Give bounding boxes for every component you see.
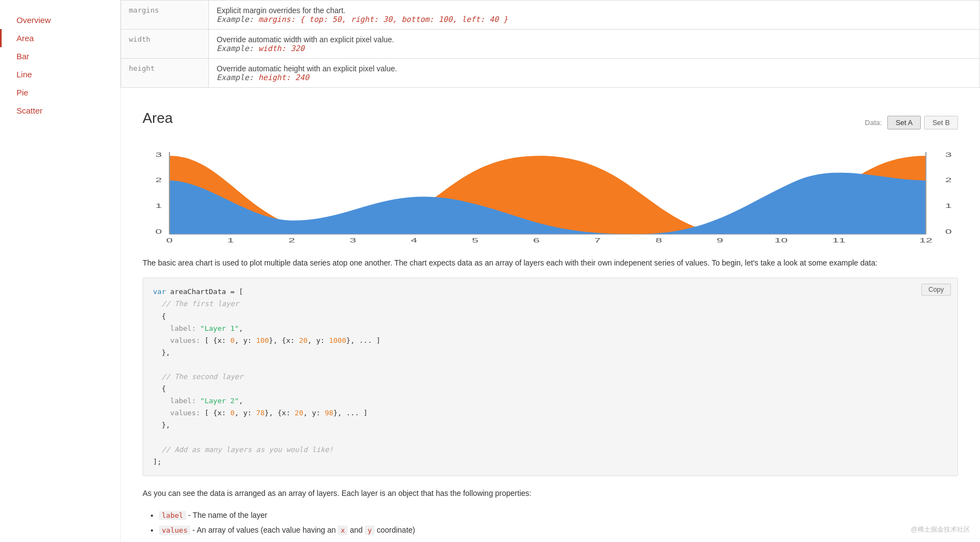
table-row: height Override automatic height with an… — [121, 59, 980, 88]
chart-svg: 3 2 1 0 3 2 1 0 — [143, 149, 958, 248]
data-label: Data: — [865, 118, 882, 127]
svg-text:5: 5 — [472, 237, 479, 244]
sidebar-item-pie[interactable]: Pie — [0, 83, 120, 101]
code-block: Copy var areaChartData = [ // The first … — [143, 278, 958, 476]
code-line: // Add as many layers as you would like! — [153, 444, 948, 456]
sidebar-item-scatter[interactable]: Scatter — [0, 101, 120, 120]
after-code-description: As you can see the data is arranged as a… — [143, 487, 958, 499]
svg-text:11: 11 — [832, 237, 846, 244]
code-content: var areaChartData = [ // The first layer… — [153, 286, 948, 467]
code-line: values: [ {x: 0, y: 78}, {x: 20, y: 98},… — [153, 407, 948, 419]
main-content: margins Explicit margin overrides for th… — [121, 0, 980, 542]
code-line: label: "Layer 1", — [153, 323, 948, 335]
code-line: }, — [153, 347, 948, 359]
svg-text:1: 1 — [227, 237, 234, 244]
code-line: values: [ {x: 0, y: 100}, {x: 20, y: 100… — [153, 335, 948, 347]
code-line: label: "Layer 2", — [153, 395, 948, 407]
svg-text:6: 6 — [533, 237, 540, 244]
set-b-button[interactable]: Set B — [924, 116, 958, 129]
code-line: // The second layer — [153, 371, 948, 383]
svg-text:1: 1 — [945, 202, 952, 209]
svg-text:2: 2 — [945, 177, 952, 183]
svg-text:0: 0 — [166, 237, 173, 244]
prop-desc-width: Override automatic width with an explici… — [209, 30, 980, 59]
code-line — [153, 359, 948, 371]
svg-text:8: 8 — [655, 237, 662, 244]
copy-button[interactable]: Copy — [921, 284, 951, 296]
svg-text:7: 7 — [594, 237, 601, 244]
list-item: label - The name of the layer — [159, 508, 958, 523]
code-line: // The first layer — [153, 298, 948, 310]
code-line: { — [153, 310, 948, 323]
bullet-list: label - The name of the layer values - A… — [159, 508, 958, 537]
svg-text:0: 0 — [155, 228, 162, 235]
svg-text:12: 12 — [919, 237, 932, 244]
area-section: Area Data: Set A Set B 3 2 1 0 3 2 — [121, 104, 980, 542]
area-chart: 3 2 1 0 3 2 1 0 — [143, 149, 958, 248]
table-row: margins Explicit margin overrides for th… — [121, 1, 980, 30]
svg-text:4: 4 — [411, 237, 417, 244]
sidebar-item-bar[interactable]: Bar — [0, 47, 120, 65]
prop-desc-height: Override automatic height with an explic… — [209, 59, 980, 88]
code-line: ]; — [153, 456, 948, 468]
svg-text:2: 2 — [155, 177, 162, 183]
set-a-button[interactable]: Set A — [887, 116, 921, 129]
svg-text:3: 3 — [155, 151, 162, 158]
code-line: var areaChartData = [ — [153, 286, 948, 298]
code-line: { — [153, 383, 948, 395]
code-line: }, — [153, 419, 948, 431]
prop-name-height: height — [121, 59, 209, 88]
list-item: values - An array of values (each value … — [159, 523, 958, 538]
svg-text:9: 9 — [717, 237, 723, 244]
area-description: The basic area chart is used to plot mul… — [143, 257, 958, 269]
area-header: Area Data: Set A Set B — [143, 110, 958, 138]
sidebar-item-overview[interactable]: Overview — [0, 11, 120, 29]
watermark: @稀土掘金技术社区 — [911, 525, 970, 534]
svg-text:3: 3 — [945, 151, 952, 158]
svg-text:0: 0 — [945, 228, 952, 235]
sidebar-item-line[interactable]: Line — [0, 65, 120, 83]
prop-name-margins: margins — [121, 1, 209, 30]
prop-name-width: width — [121, 30, 209, 59]
svg-text:10: 10 — [774, 237, 788, 244]
prop-desc-margins: Explicit margin overrides for the chart.… — [209, 1, 980, 30]
properties-table: margins Explicit margin overrides for th… — [121, 0, 980, 88]
sidebar-item-area[interactable]: Area — [0, 29, 120, 47]
svg-text:1: 1 — [155, 202, 162, 209]
table-row: width Override automatic width with an e… — [121, 30, 980, 59]
svg-text:3: 3 — [350, 237, 356, 244]
area-title: Area — [143, 110, 958, 127]
svg-text:2: 2 — [288, 237, 295, 244]
code-line — [153, 432, 948, 444]
data-selector: Data: Set A Set B — [865, 116, 958, 129]
sidebar: Overview Area Bar Line Pie Scatter — [0, 0, 121, 542]
